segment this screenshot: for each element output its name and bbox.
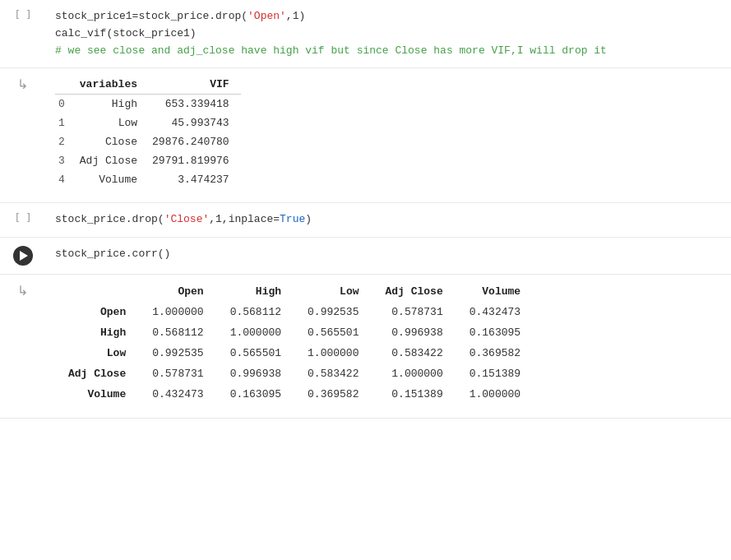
play-icon: [20, 251, 28, 261]
table-row: Volume 0.432473 0.163095 0.369582 0.1513…: [55, 384, 534, 405]
cell-gutter-2: [ ]: [0, 203, 45, 237]
corr-col-volume: Volume: [456, 281, 534, 302]
corr-val-volume-volume: 1.000000: [456, 384, 534, 405]
cell-body-1[interactable]: stock_price1=stock_price.drop('Open',1) …: [45, 0, 731, 67]
table-row: 1 Low 45.993743: [55, 113, 241, 132]
corr-val-open-low: 0.992535: [294, 302, 372, 322]
corr-val-adjclose-high: 0.996938: [217, 363, 294, 384]
table-row: 3 Adj Close 29791.819976: [55, 151, 241, 170]
vif-val-3: 29791.819976: [149, 151, 241, 170]
corr-val-volume-low: 0.369582: [294, 384, 372, 405]
vif-idx-1: 1: [55, 113, 76, 132]
vif-var-2: Close: [76, 132, 149, 151]
vif-var-0: High: [76, 95, 149, 114]
output-cell-1: ↳ variables VIF 0 High 653.339418: [0, 68, 731, 203]
table-row: 2 Close 29876.240780: [55, 132, 241, 151]
corr-val-high-volume: 0.163095: [456, 322, 534, 343]
corr-val-high-adjclose: 0.996938: [372, 322, 456, 343]
corr-val-open-high: 0.568112: [217, 302, 294, 322]
corr-row-label-open: Open: [55, 302, 139, 322]
vif-idx-4: 4: [55, 170, 76, 189]
run-button[interactable]: [13, 246, 33, 266]
corr-val-high-high: 1.000000: [217, 322, 294, 343]
corr-row-label-adjclose: Adj Close: [55, 363, 139, 384]
code-block-2: stock_price.drop('Close',1,inplace=True): [55, 211, 721, 229]
corr-val-low-low: 1.000000: [294, 343, 372, 363]
output-cell-2: ↳ Open High Low Adj Close Volume Open: [0, 275, 731, 419]
corr-val-volume-open: 0.432473: [139, 384, 216, 405]
cell-body-3[interactable]: stock_price.corr(): [45, 238, 731, 274]
corr-col-empty: [55, 281, 139, 302]
vif-var-1: Low: [76, 113, 149, 132]
vif-val-2: 29876.240780: [149, 132, 241, 151]
code-cell-3: stock_price.corr(): [0, 238, 731, 275]
table-row: Low 0.992535 0.565501 1.000000 0.583422 …: [55, 343, 534, 363]
code-block-1: stock_price1=stock_price.drop('Open',1) …: [55, 8, 721, 59]
cell-gutter-3[interactable]: [0, 238, 45, 274]
corr-val-adjclose-open: 0.578731: [139, 363, 216, 384]
output-arrow-1: ↳: [17, 76, 28, 92]
corr-col-adjclose: Adj Close: [372, 281, 456, 302]
corr-row-label-low: Low: [55, 343, 139, 363]
vif-idx-3: 3: [55, 151, 76, 170]
corr-val-volume-adjclose: 0.151389: [372, 384, 456, 405]
corr-val-open-adjclose: 0.578731: [372, 302, 456, 322]
vif-idx-0: 0: [55, 95, 76, 114]
vif-col-variables: variables: [76, 75, 149, 95]
corr-val-low-open: 0.992535: [139, 343, 216, 363]
cell-gutter-1: [ ]: [0, 0, 45, 67]
output-gutter-1: ↳: [0, 68, 45, 202]
vif-val-1: 45.993743: [149, 113, 241, 132]
corr-table: Open High Low Adj Close Volume Open 1.00…: [55, 281, 534, 405]
corr-row-label-volume: Volume: [55, 384, 139, 405]
vif-var-3: Adj Close: [76, 151, 149, 170]
output-arrow-2: ↳: [17, 283, 28, 299]
code-cell-1: [ ] stock_price1=stock_price.drop('Open'…: [0, 0, 731, 68]
output-gutter-2: ↳: [0, 275, 45, 418]
table-row: 0 High 653.339418: [55, 95, 241, 114]
corr-val-high-open: 0.568112: [139, 322, 216, 343]
corr-col-open: Open: [139, 281, 216, 302]
vif-var-4: Volume: [76, 170, 149, 189]
cell-bracket-2: [ ]: [14, 211, 30, 224]
output-body-2: Open High Low Adj Close Volume Open 1.00…: [45, 275, 731, 418]
corr-val-volume-high: 0.163095: [217, 384, 294, 405]
corr-col-low: Low: [294, 281, 372, 302]
table-row: High 0.568112 1.000000 0.565501 0.996938…: [55, 322, 534, 343]
vif-table: variables VIF 0 High 653.339418 1 Low 45…: [55, 75, 241, 189]
vif-col-vif: VIF: [149, 75, 241, 95]
vif-val-4: 3.474237: [149, 170, 241, 189]
table-row: 4 Volume 3.474237: [55, 170, 241, 189]
corr-val-open-volume: 0.432473: [456, 302, 534, 322]
table-row: Adj Close 0.578731 0.996938 0.583422 1.0…: [55, 363, 534, 384]
corr-val-adjclose-low: 0.583422: [294, 363, 372, 384]
vif-col-idx: [55, 75, 76, 95]
corr-val-adjclose-adjclose: 1.000000: [372, 363, 456, 384]
corr-val-low-volume: 0.369582: [456, 343, 534, 363]
corr-val-open-open: 1.000000: [139, 302, 216, 322]
code-block-3: stock_price.corr(): [55, 246, 721, 263]
cell-body-2[interactable]: stock_price.drop('Close',1,inplace=True): [45, 203, 731, 237]
code-cell-2: [ ] stock_price.drop('Close',1,inplace=T…: [0, 203, 731, 238]
notebook: [ ] stock_price1=stock_price.drop('Open'…: [0, 0, 731, 419]
corr-val-adjclose-volume: 0.151389: [456, 363, 534, 384]
vif-val-0: 653.339418: [149, 95, 241, 114]
corr-col-high: High: [217, 281, 294, 302]
cell-bracket-1: [ ]: [14, 8, 30, 21]
output-body-1: variables VIF 0 High 653.339418 1 Low 45…: [45, 68, 731, 202]
corr-val-low-adjclose: 0.583422: [372, 343, 456, 363]
vif-idx-2: 2: [55, 132, 76, 151]
corr-row-label-high: High: [55, 322, 139, 343]
corr-val-low-high: 0.565501: [217, 343, 294, 363]
corr-val-high-low: 0.565501: [294, 322, 372, 343]
table-row: Open 1.000000 0.568112 0.992535 0.578731…: [55, 302, 534, 322]
